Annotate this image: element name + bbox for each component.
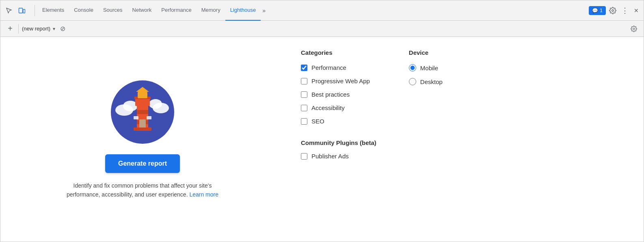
category-seo-checkbox[interactable] [301,118,307,125]
tab-sources[interactable]: Sources [98,0,128,21]
right-panel: Categories Performance Progressive Web A… [285,37,644,242]
device-desktop[interactable]: Desktop [409,78,443,85]
generate-report-button[interactable]: Generate report [105,154,180,173]
add-tab-button[interactable]: + [5,24,15,34]
tab-performance[interactable]: Performance [156,0,196,21]
category-accessibility-checkbox[interactable] [301,105,307,111]
category-pwa-label: Progressive Web App [311,78,370,84]
device-desktop-label: Desktop [420,78,443,85]
svg-rect-17 [134,127,151,131]
category-performance-checkbox[interactable] [301,65,307,71]
feedback-count: 1 [600,8,603,13]
category-pwa-checkbox[interactable] [301,78,307,84]
settings-icon[interactable] [607,5,618,16]
categories-title: Categories [301,49,376,56]
feedback-badge-button[interactable]: 💬 1 [589,6,606,15]
svg-point-3 [633,28,635,30]
community-section: Community Plugins (beta) Publisher Ads [301,139,376,160]
report-selector-label: (new report) [22,26,50,32]
category-accessibility-label: Accessibility [311,104,345,111]
cursor-icon[interactable] [4,5,14,16]
community-publisher-ads[interactable]: Publisher Ads [301,153,376,160]
svg-rect-14 [138,92,147,98]
device-section: Device Mobile Desktop [409,49,443,229]
close-devtools-button[interactable]: ✕ [632,6,640,15]
svg-rect-0 [19,8,23,13]
toolbar-divider [18,24,19,34]
svg-rect-1 [23,9,25,13]
tab-lighthouse[interactable]: Lighthouse [225,0,261,21]
svg-rect-18 [134,116,138,119]
tab-network[interactable]: Network [128,0,157,21]
learn-more-link[interactable]: Learn more [189,191,218,198]
category-best-practices-label: Best practices [311,91,350,98]
caret-icon: ▾ [53,26,55,32]
device-desktop-radio[interactable] [409,78,416,85]
devtools-frame: Elements Console Sources Network Perform… [0,0,644,242]
community-plugins-title: Community Plugins (beta) [301,139,376,146]
community-publisher-ads-checkbox[interactable] [301,153,307,160]
tab-elements[interactable]: Elements [37,0,69,21]
lighthouse-settings-icon[interactable] [629,24,639,34]
category-performance-label: Performance [311,64,346,71]
block-icon: ⊘ [60,25,65,32]
device-mobile-radio[interactable] [409,64,416,71]
svg-rect-16 [139,119,146,128]
more-tabs-icon[interactable]: » [261,6,267,15]
device-toggle-icon[interactable] [17,5,27,16]
left-panel: Generate report Identify and fix common … [0,37,285,242]
tab-bar: Elements Console Sources Network Perform… [0,0,644,21]
svg-point-2 [612,9,614,11]
report-selector-button[interactable]: (new report) ▾ [22,26,55,32]
category-best-practices[interactable]: Best practices [301,91,376,98]
lighthouse-logo [110,80,175,145]
svg-rect-19 [147,116,151,119]
tab-console[interactable]: Console [69,0,98,21]
category-pwa[interactable]: Progressive Web App [301,78,376,84]
second-toolbar: + (new report) ▾ ⊘ [0,21,644,37]
tab-bar-right: 💬 1 ⋮ ✕ [589,4,640,17]
category-performance[interactable]: Performance [301,64,376,71]
main-content: Generate report Identify and fix common … [0,37,644,242]
category-seo[interactable]: SEO [301,118,376,125]
device-title: Device [409,49,443,56]
device-mobile-label: Mobile [420,65,438,71]
categories-section: Categories Performance Progressive Web A… [301,49,376,229]
category-accessibility[interactable]: Accessibility [301,104,376,111]
category-best-practices-checkbox[interactable] [301,91,307,98]
device-mobile[interactable]: Mobile [409,64,443,71]
description-text: Identify and fix common problems that af… [57,181,228,199]
community-publisher-ads-label: Publisher Ads [311,153,349,160]
tab-bar-icons [4,5,27,16]
kebab-menu-icon[interactable]: ⋮ [620,4,631,17]
category-seo-label: SEO [311,118,324,125]
svg-rect-10 [137,110,148,114]
toolbar-right [629,24,639,34]
svg-point-8 [149,99,162,109]
tab-divider-left [35,5,35,16]
tab-memory[interactable]: Memory [197,0,225,21]
feedback-icon: 💬 [592,8,598,13]
